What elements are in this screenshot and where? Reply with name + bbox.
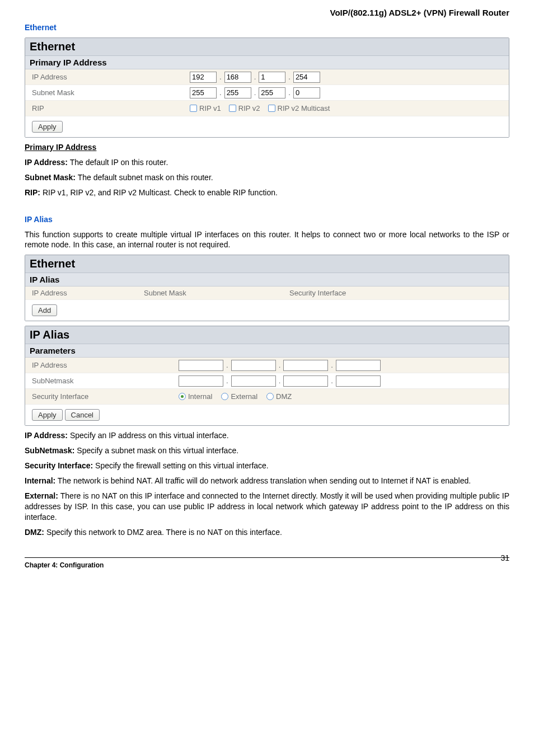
dot-separator: . <box>226 377 228 385</box>
mask-octet-2[interactable] <box>224 87 251 98</box>
checkbox-label: RIP v1 <box>199 104 221 112</box>
page-footer: Chapter 4: Configuration 31 <box>25 557 509 576</box>
ip-octet-4[interactable] <box>293 72 320 83</box>
row-alias-ip: IP Address . . . <box>25 358 509 373</box>
desc-rip: RIP: RIP v1, RIP v2, and RIP v2 Multicas… <box>25 187 509 198</box>
label-ip-address: IP Address <box>25 71 188 83</box>
col-ip-address: IP Address <box>25 287 137 299</box>
page-header: VoIP/(802.11g) ADSL2+ (VPN) Firewall Rou… <box>25 0 509 21</box>
alias-table-header: IP Address Subnet Mask Security Interfac… <box>25 287 509 300</box>
alias-mask-octet-2[interactable] <box>231 375 276 387</box>
desc-subnet-mask: Subnet Mask: The default subnet mask on … <box>25 172 509 183</box>
col-security-interface: Security Interface <box>283 287 509 299</box>
heading-primary-ip-address: Primary IP Address <box>25 142 509 153</box>
label-security-interface: Security Interface <box>25 390 176 403</box>
alias-ip-octet-1[interactable] <box>179 360 223 371</box>
panel-subtitle-parameters: Parameters <box>25 344 509 358</box>
checkbox-rip-v1[interactable]: RIP v1 <box>190 104 221 112</box>
label-alias-subnetmask: SubNetmask <box>25 374 176 387</box>
ethernet-primary-panel: Ethernet Primary IP Address IP Address .… <box>25 37 509 138</box>
desc-alias-ip: IP Address: Specify an IP address on thi… <box>25 430 509 441</box>
panel-subtitle-primary-ip: Primary IP Address <box>25 56 509 69</box>
desc-internal: Internal: The network is behind NAT. All… <box>25 476 509 486</box>
checkbox-rip-v2[interactable]: RIP v2 <box>229 104 260 112</box>
dot-separator: . <box>219 73 222 81</box>
radio-label: DMZ <box>276 392 292 401</box>
dot-separator: . <box>254 88 256 97</box>
mask-octet-3[interactable] <box>259 87 285 98</box>
checkbox-icon <box>268 105 275 112</box>
alias-ip-octet-2[interactable] <box>231 360 276 371</box>
panel-title-ip-alias: IP Alias <box>25 326 509 344</box>
panel-subtitle-ip-alias: IP Alias <box>25 273 509 287</box>
row-subnet-mask: Subnet Mask . . . <box>25 85 509 101</box>
dot-separator: . <box>279 361 281 369</box>
footer-page-number: 31 <box>500 553 509 562</box>
apply-button[interactable]: Apply <box>32 121 63 133</box>
radio-icon <box>179 393 186 400</box>
mask-octet-1[interactable] <box>190 87 217 98</box>
desc-dmz: DMZ: Specify this network to DMZ area. T… <box>25 527 509 538</box>
ip-octet-3[interactable] <box>259 72 285 83</box>
col-subnet-mask: Subnet Mask <box>137 287 283 299</box>
footer-chapter: Chapter 4: Configuration <box>25 561 104 569</box>
checkbox-icon <box>229 105 236 112</box>
checkbox-rip-v2-multicast[interactable]: RIP v2 Multicast <box>268 104 330 112</box>
section-heading-ethernet: Ethernet <box>25 23 509 32</box>
radio-label: Internal <box>188 392 212 401</box>
checkbox-label: RIP v2 <box>238 104 260 112</box>
panel-title-ethernet-2: Ethernet <box>25 255 509 273</box>
dot-separator: . <box>288 73 291 81</box>
alias-ip-octet-4[interactable] <box>336 360 381 371</box>
label-alias-ip: IP Address <box>25 359 176 372</box>
mask-octet-4[interactable] <box>293 87 320 98</box>
alias-mask-octet-1[interactable] <box>179 375 223 387</box>
dot-separator: . <box>219 88 222 97</box>
row-alias-subnetmask: SubNetmask . . . <box>25 373 509 389</box>
radio-external[interactable]: External <box>221 392 257 401</box>
desc-external: External: There is no NAT on this IP int… <box>25 491 509 523</box>
ip-alias-intro: This function supports to create multipl… <box>25 229 509 251</box>
ip-octet-1[interactable] <box>190 72 217 83</box>
ip-alias-form-panel: IP Alias Parameters IP Address . . . Sub… <box>25 326 509 426</box>
label-subnet-mask: Subnet Mask <box>25 86 188 99</box>
desc-alias-security: Security Interface: Specify the firewall… <box>25 461 509 471</box>
cancel-button[interactable]: Cancel <box>65 409 100 421</box>
alias-mask-octet-3[interactable] <box>283 375 328 387</box>
ip-octet-2[interactable] <box>224 72 251 83</box>
ip-alias-list-panel: Ethernet IP Alias IP Address Subnet Mask… <box>25 255 509 321</box>
row-ip-address: IP Address . . . <box>25 69 509 85</box>
radio-icon <box>221 393 228 400</box>
row-rip: RIP RIP v1 RIP v2 RIP v2 Multicast <box>25 101 509 116</box>
desc-alias-subnetmask: SubNetmask: Specify a subnet mask on thi… <box>25 445 509 456</box>
section-heading-ip-alias: IP Alias <box>25 215 509 224</box>
row-security-interface: Security Interface Internal External DMZ <box>25 389 509 405</box>
radio-icon <box>266 393 274 400</box>
dot-separator: . <box>254 73 256 81</box>
dot-separator: . <box>331 377 333 385</box>
apply-button[interactable]: Apply <box>32 409 63 421</box>
checkbox-icon <box>190 105 197 112</box>
dot-separator: . <box>226 361 228 369</box>
dot-separator: . <box>331 361 333 369</box>
panel-title-ethernet: Ethernet <box>25 38 509 56</box>
alias-ip-octet-3[interactable] <box>283 360 328 371</box>
checkbox-label: RIP v2 Multicast <box>278 104 330 112</box>
radio-internal[interactable]: Internal <box>179 392 212 401</box>
label-rip: RIP <box>25 102 188 115</box>
alias-mask-octet-4[interactable] <box>336 375 381 387</box>
radio-dmz[interactable]: DMZ <box>266 392 292 401</box>
add-button[interactable]: Add <box>32 304 57 316</box>
dot-separator: . <box>288 88 291 97</box>
dot-separator: . <box>279 377 281 385</box>
radio-label: External <box>231 392 257 401</box>
desc-ip-address: IP Address: The default IP on this route… <box>25 157 509 168</box>
